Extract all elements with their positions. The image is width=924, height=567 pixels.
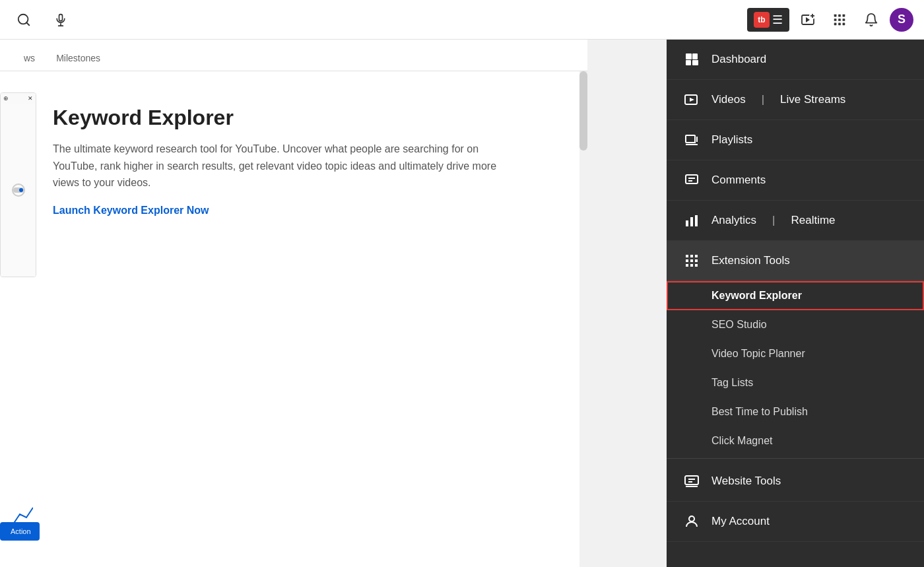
scrollbar-track xyxy=(579,71,587,567)
svg-rect-38 xyxy=(690,259,693,262)
page-area: ws Milestones ⊕ ✕ Action Keyword Explore… xyxy=(0,40,587,567)
seo-studio-label: SEO Studio xyxy=(711,319,767,331)
sub-menu-item-keyword-explorer[interactable]: Keyword Explorer xyxy=(667,281,924,310)
action-button[interactable]: Action xyxy=(0,522,40,541)
my-account-icon xyxy=(682,512,701,531)
svg-line-1 xyxy=(26,22,29,25)
bell-icon xyxy=(864,13,878,27)
small-widget: ⊕ ✕ xyxy=(0,92,36,277)
comments-icon xyxy=(682,171,701,189)
playlist-icon xyxy=(682,131,701,149)
svg-rect-9 xyxy=(834,14,837,17)
widget-close-icon[interactable]: ✕ xyxy=(28,95,33,102)
sub-menu-item-tag-lists[interactable]: Tag Lists xyxy=(667,368,924,397)
kw-description: The ultimate keyword research tool for Y… xyxy=(53,141,515,191)
widget-header: ⊕ ✕ xyxy=(1,93,36,104)
tag-lists-label: Tag Lists xyxy=(711,377,753,389)
tab-milestones[interactable]: Milestones xyxy=(46,48,111,71)
tabs-bar: ws Milestones xyxy=(0,40,587,71)
sub-menu-item-best-time-to-publish[interactable]: Best Time to Publish xyxy=(667,397,924,426)
apps-button[interactable] xyxy=(826,7,853,33)
svg-marker-23 xyxy=(690,98,694,102)
svg-rect-19 xyxy=(692,53,698,59)
sub-menu-item-video-topic-planner[interactable]: Video Topic Planner xyxy=(667,339,924,368)
kw-title: Keyword Explorer xyxy=(53,106,561,130)
search-button[interactable] xyxy=(11,7,37,33)
sub-menu-item-seo-studio[interactable]: SEO Studio xyxy=(667,310,924,339)
comments-label: Comments xyxy=(711,174,766,187)
create-button[interactable] xyxy=(795,7,821,33)
widget-toggle[interactable] xyxy=(13,187,24,193)
svg-rect-2 xyxy=(59,14,63,20)
menu-item-extension-tools[interactable]: Extension Tools xyxy=(667,241,924,281)
kw-launch-link[interactable]: Launch Keyword Explorer Now xyxy=(53,205,209,216)
dropdown-menu: Dashboard Videos | Live Streams xyxy=(667,40,924,567)
search-icon xyxy=(16,13,31,27)
svg-rect-35 xyxy=(690,255,693,257)
tubbuddy-button[interactable]: tb ☰ xyxy=(747,8,789,32)
svg-rect-15 xyxy=(834,22,837,25)
menu-item-playlists[interactable]: Playlists xyxy=(667,120,924,160)
mic-button[interactable] xyxy=(48,7,74,33)
menu-item-analytics[interactable]: Analytics | Realtime xyxy=(667,201,924,241)
svg-rect-40 xyxy=(686,264,688,267)
svg-rect-37 xyxy=(686,259,688,262)
svg-rect-42 xyxy=(695,264,698,267)
topbar-left xyxy=(11,7,74,33)
mic-icon xyxy=(54,13,67,26)
video-icon xyxy=(682,90,701,109)
analytics-pipe: | xyxy=(772,214,775,227)
svg-rect-11 xyxy=(843,14,845,17)
menu-item-my-account[interactable]: My Account xyxy=(667,502,924,542)
extension-icon xyxy=(682,251,701,270)
videos-label: Videos xyxy=(711,93,746,106)
my-account-label: My Account xyxy=(711,515,770,528)
video-topic-planner-label: Video Topic Planner xyxy=(711,348,805,360)
hamburger-icon: ☰ xyxy=(772,13,783,27)
menu-item-comments[interactable]: Comments xyxy=(667,160,924,201)
notifications-button[interactable] xyxy=(858,7,884,33)
click-magnet-label: Click Magnet xyxy=(711,435,772,447)
website-tools-icon xyxy=(682,472,701,490)
create-icon xyxy=(800,12,816,28)
tubbuddy-logo: tb xyxy=(754,12,770,28)
topbar-right: tb ☰ xyxy=(747,7,913,33)
grid-icon xyxy=(832,13,847,27)
svg-rect-21 xyxy=(692,60,698,65)
scrollbar-thumb[interactable] xyxy=(579,71,587,150)
analytics-label: Analytics xyxy=(711,214,756,227)
svg-rect-24 xyxy=(686,135,695,143)
dashboard-label: Dashboard xyxy=(711,53,766,66)
menu-item-website-tools[interactable]: Website Tools xyxy=(667,461,924,502)
widget-circle-icon: ⊕ xyxy=(3,95,9,102)
svg-rect-20 xyxy=(686,60,691,65)
svg-rect-41 xyxy=(690,264,693,267)
topbar: tb ☰ xyxy=(0,0,924,40)
svg-rect-43 xyxy=(685,476,698,484)
svg-rect-33 xyxy=(695,215,698,226)
website-tools-label: Website Tools xyxy=(711,475,781,488)
keyword-explorer-label: Keyword Explorer xyxy=(711,290,802,302)
svg-rect-10 xyxy=(838,14,841,17)
tab-ws[interactable]: ws xyxy=(13,48,46,71)
svg-point-47 xyxy=(689,516,694,521)
dashboard-icon xyxy=(682,50,701,69)
svg-rect-13 xyxy=(838,18,841,21)
svg-rect-34 xyxy=(686,255,688,257)
menu-separator-1 xyxy=(667,458,924,459)
svg-rect-12 xyxy=(834,18,837,21)
main-content: ws Milestones ⊕ ✕ Action Keyword Explore… xyxy=(0,40,924,567)
svg-rect-14 xyxy=(843,18,845,21)
svg-rect-32 xyxy=(690,217,693,226)
live-streams-label: Live Streams xyxy=(780,93,845,106)
sub-menu-item-click-magnet[interactable]: Click Magnet xyxy=(667,426,924,455)
menu-item-dashboard[interactable]: Dashboard xyxy=(667,40,924,80)
widget-toggle-inner[interactable] xyxy=(12,183,25,197)
svg-rect-17 xyxy=(843,22,845,25)
widget-body xyxy=(1,104,36,277)
videos-pipe: | xyxy=(762,93,764,106)
avatar[interactable]: S xyxy=(890,8,913,32)
svg-rect-18 xyxy=(686,53,692,59)
menu-item-videos[interactable]: Videos | Live Streams xyxy=(667,80,924,120)
analytics-icon xyxy=(682,211,701,230)
